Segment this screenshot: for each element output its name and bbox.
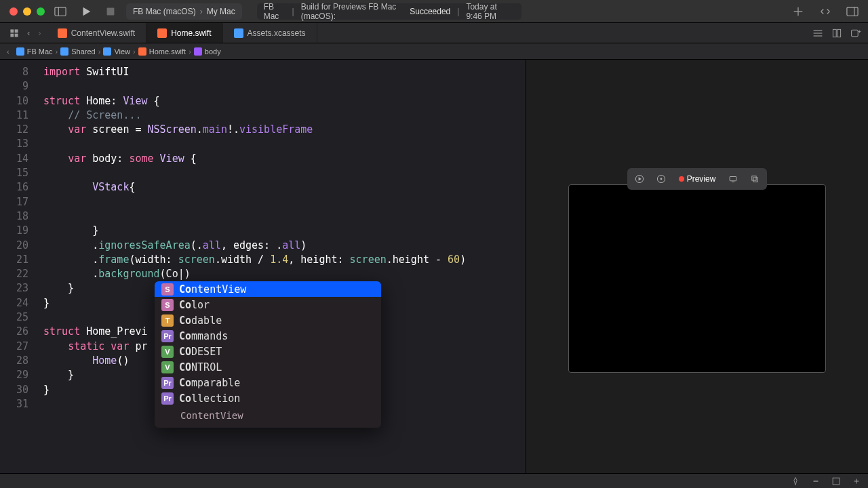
editor-layout-list-icon[interactable]	[812, 28, 823, 39]
tab-label: ContentView.swift	[71, 28, 136, 38]
window-controls	[9, 7, 45, 16]
svg-rect-10	[10, 33, 14, 37]
breadcrumb[interactable]: ‹ FB Mac›Shared›View›Home.swift›body	[0, 43, 868, 60]
completion-kind-icon: V	[161, 361, 174, 373]
code-line[interactable]: var screen = NSScreen.main!.visibleFrame	[43, 123, 526, 137]
line-number: 16	[0, 180, 35, 195]
sidebar-toggle-icon[interactable]	[54, 5, 66, 18]
editor-options-icon[interactable]	[831, 28, 842, 39]
preview-inspect-icon[interactable]	[652, 171, 671, 187]
autocomplete-item[interactable]: VCONTROL	[155, 359, 381, 375]
code-line[interactable]: .ignoresSafeArea(.all, edges: .all)	[43, 239, 526, 253]
completion-label: ContentView	[179, 283, 246, 296]
run-button[interactable]	[80, 5, 92, 18]
editor-tab[interactable]: Assets.xcassets	[223, 23, 317, 43]
breadcrumb-label: Shared	[71, 47, 95, 56]
breadcrumb-label: View	[114, 47, 130, 56]
editor-tab[interactable]: ContentView.swift	[47, 23, 147, 43]
code-line[interactable]: .frame(width: screen.width / 1.4, height…	[43, 253, 526, 267]
zoom-in-icon[interactable]	[852, 476, 861, 486]
line-number: 25	[0, 310, 35, 325]
svg-rect-26	[752, 176, 756, 180]
line-number: 18	[0, 209, 35, 224]
breadcrumb-item[interactable]: body	[194, 47, 221, 56]
minimize-window-button[interactable]	[23, 7, 31, 16]
editor-tab[interactable]: Home.swift	[146, 23, 222, 43]
pin-icon[interactable]	[791, 476, 800, 486]
preview-duplicate-icon[interactable]	[745, 171, 764, 187]
code-line[interactable]	[43, 79, 526, 94]
line-number: 28	[0, 354, 35, 368]
scheme-selector[interactable]: FB Mac (macOS) › My Mac	[126, 3, 242, 20]
code-line[interactable]: .background(Co|)	[43, 267, 526, 281]
autocomplete-popup[interactable]: SContentViewSColorTCodablePrCommandsVCOD…	[155, 281, 381, 428]
autocomplete-item[interactable]: TCodable	[155, 312, 381, 328]
line-number: 21	[0, 253, 35, 267]
autocomplete-item[interactable]: PrCollection	[155, 390, 381, 406]
completion-label: Commands	[179, 330, 228, 342]
line-number: 19	[0, 224, 35, 238]
run-stop-controls	[80, 5, 117, 18]
line-number: 24	[0, 296, 35, 310]
line-number: 26	[0, 325, 35, 339]
completion-kind-icon: Pr	[161, 392, 174, 405]
preview-toolbar: Preview	[627, 168, 768, 190]
code-editor[interactable]: 8910111213141516171819202122232425262728…	[0, 60, 526, 473]
chevron-right-icon: ›	[189, 47, 191, 56]
nav-back-icon[interactable]: ‹	[7, 47, 9, 56]
zoom-out-icon[interactable]	[811, 476, 821, 486]
add-editor-icon[interactable]	[850, 28, 861, 39]
stop-button[interactable]	[104, 5, 117, 18]
zoom-window-button[interactable]	[37, 7, 45, 16]
code-line[interactable]	[43, 137, 526, 151]
preview-live-label: Preview	[687, 174, 716, 184]
code-line[interactable]: VStack{	[43, 180, 526, 195]
prop-icon	[194, 47, 202, 56]
activity-status[interactable]: FB Mac | Build for Previews FB Mac (macO…	[257, 3, 522, 20]
svg-rect-11	[15, 33, 18, 37]
line-number: 15	[0, 166, 35, 180]
autocomplete-item[interactable]: PrCommands	[155, 328, 381, 344]
code-line[interactable]	[43, 209, 526, 224]
code-line[interactable]: import SwiftUI	[43, 65, 526, 79]
breadcrumb-item[interactable]: Shared	[60, 47, 95, 56]
code-line[interactable]: struct Home: View {	[43, 94, 526, 108]
related-items-icon[interactable]	[9, 28, 19, 38]
line-number: 20	[0, 239, 35, 253]
zoom-actual-icon[interactable]	[831, 476, 841, 486]
svg-rect-15	[833, 29, 836, 37]
bottom-bar	[0, 473, 868, 488]
nav-forward-icon[interactable]: ›	[38, 28, 41, 38]
code-line[interactable]	[43, 166, 526, 180]
status-separator: |	[457, 7, 459, 16]
preview-play-icon[interactable]	[630, 171, 649, 187]
close-window-button[interactable]	[9, 7, 18, 16]
add-tab-icon[interactable]	[792, 5, 804, 18]
svg-rect-8	[10, 29, 14, 33]
preview-canvas[interactable]	[568, 184, 826, 373]
breadcrumb-item[interactable]: FB Mac	[16, 47, 53, 56]
code-line[interactable]: }	[43, 224, 526, 238]
preview-device-icon[interactable]	[724, 171, 743, 187]
titlebar-right-tools	[792, 5, 859, 18]
breadcrumb-item[interactable]: View	[103, 47, 130, 56]
autocomplete-item[interactable]: SColor	[155, 297, 381, 312]
autocomplete-item[interactable]: VCODESET	[155, 344, 381, 359]
autocomplete-item[interactable]: SContentView	[155, 281, 381, 297]
tab-label: Home.swift	[171, 28, 211, 38]
line-number: 29	[0, 368, 35, 382]
line-number: 17	[0, 195, 35, 209]
autocomplete-item[interactable]: PrComparable	[155, 375, 381, 390]
breadcrumb-item[interactable]: Home.swift	[138, 47, 186, 56]
line-number: 9	[0, 79, 35, 94]
preview-live-button[interactable]: Preview	[673, 171, 722, 187]
code-line[interactable]: var body: some View {	[43, 152, 526, 166]
code-line[interactable]: // Screen...	[43, 108, 526, 123]
code-review-icon[interactable]	[819, 5, 831, 18]
svg-rect-6	[847, 7, 858, 16]
code-line[interactable]	[43, 195, 526, 209]
line-number: 31	[0, 397, 35, 411]
nav-back-icon[interactable]: ‹	[27, 28, 30, 38]
inspectors-toggle-icon[interactable]	[846, 5, 859, 18]
svg-marker-21	[638, 177, 641, 181]
